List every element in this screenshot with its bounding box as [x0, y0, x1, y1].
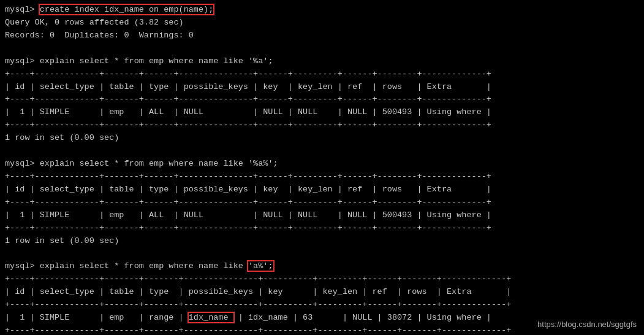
table2-sep3: +----+-------------+-------+------+-----… [5, 222, 639, 235]
table1-sep3: +----+-------------+-------+------+-----… [5, 119, 639, 132]
table1-sep1: +----+-------------+-------+------+-----… [5, 68, 639, 81]
cmd-line-1: mysql> create index idx_name on emp(name… [5, 4, 639, 17]
prompt-1: mysql> [5, 5, 40, 14]
table1-header: | id | select_type | table | type | poss… [5, 81, 639, 94]
idx-name-highlight: idx_name [189, 313, 233, 322]
table3-header: | id | select_type | table | type | poss… [5, 286, 639, 299]
result-1: 1 row in set (0.00 sec) [5, 132, 639, 145]
cmd-line-4: mysql> explain select * from emp where n… [5, 260, 639, 273]
output-line-1: Query OK, 0 rows affected (3.82 sec) [5, 17, 639, 29]
prompt-3: mysql> [5, 159, 40, 168]
prompt-2: mysql> [5, 56, 40, 66]
result-2: 1 row in set (0.00 sec) [5, 235, 639, 248]
table1-sep2: +----+-------------+-------+------+-----… [5, 93, 639, 106]
terminal: mysql> create index idx_name on emp(name… [5, 4, 639, 335]
cmd-line-3: mysql> explain select * from emp where n… [5, 158, 639, 171]
empty-3 [5, 248, 639, 261]
watermark: https://blog.csdn.net/sggtgfs [537, 320, 637, 329]
table2-header: | id | select_type | table | type | poss… [5, 183, 639, 196]
cmd-highlight-1: create index idx_name on emp(name); [40, 5, 214, 14]
cmd-line-2: mysql> explain select * from emp where n… [5, 55, 639, 68]
table3-sep2: +----+-------------+-------+-------+----… [5, 299, 639, 312]
table2-sep2: +----+-------------+-------+------+-----… [5, 196, 639, 209]
table2-row: | 1 | SIMPLE | emp | ALL | NULL | NULL |… [5, 209, 639, 222]
table2-sep1: +----+-------------+-------+------+-----… [5, 171, 639, 183]
output-line-2: Records: 0 Duplicates: 0 Warnings: 0 [5, 29, 639, 42]
empty-2 [5, 145, 639, 158]
prompt-4: mysql> [5, 261, 40, 271]
cmd4-highlight: 'a%'; [248, 261, 273, 271]
empty-1 [5, 42, 639, 55]
table1-row: | 1 | SIMPLE | emp | ALL | NULL | NULL |… [5, 106, 639, 119]
table3-sep1: +----+-------------+-------+-------+----… [5, 273, 639, 286]
